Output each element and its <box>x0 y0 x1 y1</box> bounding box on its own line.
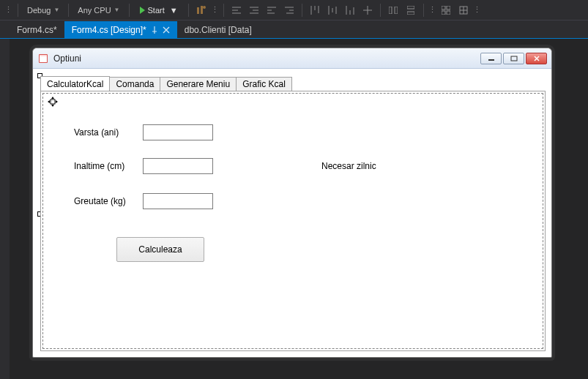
svg-rect-9 <box>442 11 445 15</box>
separator <box>302 4 302 17</box>
document-tabbar: Form4.cs* Form4.cs [Design]* dbo.Clienti… <box>0 20 588 39</box>
close-button[interactable] <box>526 53 547 64</box>
svg-rect-5 <box>407 6 414 9</box>
svg-rect-4 <box>395 7 398 14</box>
svg-rect-3 <box>389 7 392 14</box>
design-surface[interactable]: Optiuni CalculatorKcal Comanda Generare … <box>10 39 588 379</box>
svg-rect-6 <box>407 12 414 15</box>
platform-dropdown[interactable]: Any CPU ▼ <box>73 2 124 18</box>
indent-increase-icon[interactable] <box>246 2 262 18</box>
maximize-button[interactable] <box>503 53 524 64</box>
chevron-down-icon: ▼ <box>53 7 59 13</box>
close-icon[interactable] <box>163 26 170 34</box>
separator <box>423 4 424 17</box>
svg-rect-8 <box>447 6 450 10</box>
svg-rect-7 <box>442 6 445 10</box>
tab-label: Form4.cs* <box>17 25 57 35</box>
config-label: Debug <box>27 6 51 15</box>
button-calculeaza[interactable]: Calculeaza <box>116 237 204 262</box>
align-bottom-icon[interactable] <box>342 2 358 18</box>
toolbar-dots-icon: ⋮ <box>211 5 219 15</box>
tab-label: dbo.Clienti [Data] <box>185 25 252 35</box>
tab-label: Generare Meniu <box>166 79 230 89</box>
align-top-icon[interactable] <box>307 2 323 18</box>
tab-label: Grafic Kcal <box>242 79 286 89</box>
grid-icon[interactable] <box>438 2 454 18</box>
separator <box>18 4 18 17</box>
vs-toolbar: ⋮ Debug ▼ Any CPU ▼ Start ▼ ⋮ ⋮ ⋮ <box>0 0 588 20</box>
svg-rect-15 <box>488 59 494 61</box>
tab-calculatorkcal[interactable]: CalculatorKcal <box>40 76 110 91</box>
toolbar-icon[interactable] <box>193 2 209 18</box>
tabcontrol[interactable]: CalculatorKcal Comanda Generare Meniu Gr… <box>40 76 546 351</box>
distribute-icon[interactable] <box>360 2 376 18</box>
tab-label: Comanda <box>116 79 154 89</box>
tab-generare-meniu[interactable]: Generare Meniu <box>160 77 237 91</box>
label-varsta: Varsta (ani) <box>74 127 119 138</box>
form-titlebar: Optiuni <box>33 48 551 69</box>
play-icon <box>140 7 145 14</box>
start-label: Start <box>148 6 165 15</box>
textbox-varsta[interactable] <box>143 124 213 140</box>
svg-rect-0 <box>197 7 199 14</box>
platform-label: Any CPU <box>78 6 111 15</box>
align-left-icon[interactable] <box>264 2 280 18</box>
button-label: Calculeaza <box>138 244 182 255</box>
tab-page[interactable]: Varsta (ani) Inaltime (cm) Greutate (kg)… <box>40 91 546 351</box>
tab-label: Form4.cs [Design]* <box>72 25 146 35</box>
minimize-button[interactable] <box>480 53 502 64</box>
tab-grafic-kcal[interactable]: Grafic Kcal <box>236 77 292 91</box>
toolbar-dots-icon: ⋮ <box>4 5 13 15</box>
chevron-down-icon: ▼ <box>114 7 120 13</box>
spacing-h-icon[interactable] <box>385 2 401 18</box>
pin-icon[interactable] <box>151 26 158 34</box>
separator <box>68 4 69 17</box>
label-inaltime: Inaltime (cm) <box>74 161 124 171</box>
indent-decrease-icon[interactable] <box>228 2 245 18</box>
form-icon <box>37 53 49 64</box>
label-necesar: Necesar zilnic <box>321 161 376 171</box>
align-middle-icon[interactable] <box>324 2 340 18</box>
tab-comanda[interactable]: Comanda <box>109 77 160 91</box>
move-glyph-icon[interactable] <box>48 97 58 107</box>
tab-page-inner: Varsta (ani) Inaltime (cm) Greutate (kg)… <box>42 93 543 349</box>
left-gutter <box>0 39 10 379</box>
tab-dbo-clienti[interactable]: dbo.Clienti [Data] <box>177 21 259 38</box>
start-button[interactable]: Start ▼ <box>134 4 184 16</box>
label-greutate: Greutate (kg) <box>74 196 126 206</box>
spacing-v-icon[interactable] <box>403 2 419 18</box>
svg-point-2 <box>203 6 206 9</box>
tab-label: CalculatorKcal <box>47 79 103 89</box>
tab-headers: CalculatorKcal Comanda Generare Meniu Gr… <box>40 76 546 91</box>
form-title: Optiuni <box>53 53 81 64</box>
textbox-greutate[interactable] <box>143 193 213 209</box>
svg-rect-1 <box>201 6 203 14</box>
tab-form4-cs[interactable]: Form4.cs* <box>10 21 64 38</box>
svg-rect-17 <box>51 100 55 104</box>
textbox-inaltime[interactable] <box>143 158 213 174</box>
tab-form4-design[interactable]: Form4.cs [Design]* <box>64 21 177 38</box>
config-dropdown[interactable]: Debug ▼ <box>23 2 64 18</box>
svg-rect-13 <box>40 56 47 62</box>
toolbar-dots-icon: ⋮ <box>428 5 436 15</box>
grid2-icon[interactable] <box>455 2 472 18</box>
designer-form[interactable]: Optiuni CalculatorKcal Comanda Generare … <box>32 48 552 358</box>
separator <box>223 4 224 17</box>
svg-rect-14 <box>40 55 47 56</box>
toolbar-dots-icon: ⋮ <box>473 5 481 15</box>
chevron-down-icon: ▼ <box>170 6 178 15</box>
svg-rect-16 <box>511 56 517 61</box>
separator <box>188 4 189 17</box>
svg-rect-10 <box>447 11 450 15</box>
separator <box>129 4 130 17</box>
separator <box>380 4 381 17</box>
align-right-icon[interactable] <box>281 2 297 18</box>
